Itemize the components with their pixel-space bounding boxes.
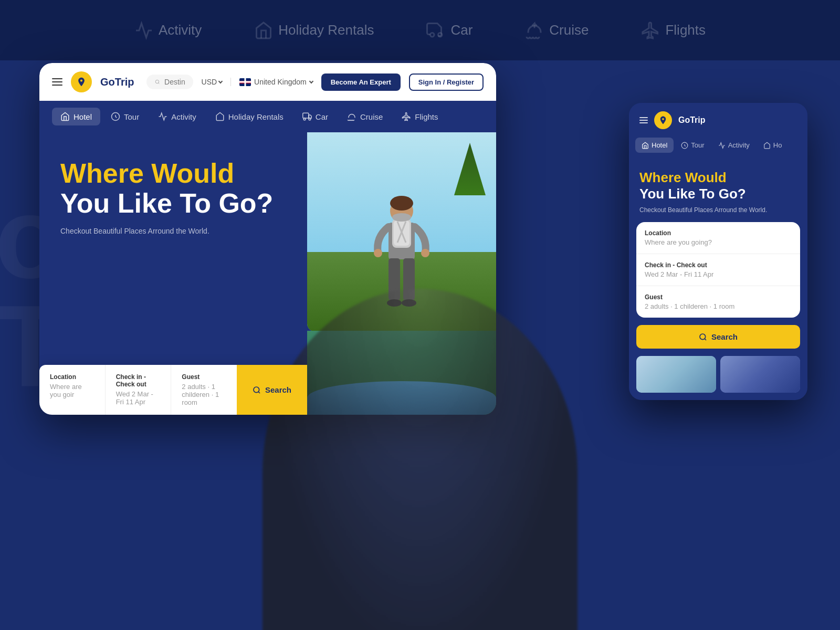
search-icon <box>155 78 160 86</box>
mobile-nav-hotel[interactable]: Hotel <box>635 138 674 153</box>
guest-value: 2 adults · 1 childeren · 1 room <box>182 383 226 406</box>
location-field[interactable]: Location Where are you goir <box>39 365 106 415</box>
bg-nav-car: Car <box>426 21 472 40</box>
hero-title-white: You Like To Go? <box>60 188 475 218</box>
currency-selector[interactable]: USD <box>202 78 223 86</box>
mobile-bottom-images <box>629 356 807 400</box>
mobile-activity-icon <box>718 142 726 149</box>
mobile-location-field[interactable]: Location Where are you going? <box>636 222 800 254</box>
svg-point-2 <box>156 80 159 83</box>
destination-input[interactable] <box>164 78 184 86</box>
mobile-nav-activity[interactable]: Activity <box>712 138 756 153</box>
svg-point-26 <box>700 334 706 340</box>
svg-point-0 <box>430 33 435 37</box>
svg-point-8 <box>309 118 311 120</box>
mobile-search-icon <box>699 333 707 341</box>
hotel-icon <box>60 112 70 121</box>
signin-button[interactable]: Sign In / Register <box>409 74 484 91</box>
bg-nav-holiday-rentals: Holiday Rentals <box>254 21 374 40</box>
nav-item-tour[interactable]: Tour <box>102 108 148 125</box>
mobile-search-button[interactable]: Search <box>636 325 800 349</box>
checkin-field[interactable]: Check in - Check out Wed 2 Mar - Fri 11 … <box>106 365 172 415</box>
svg-point-16 <box>374 249 382 257</box>
guest-label: Guest <box>182 373 226 381</box>
svg-point-1 <box>438 33 443 37</box>
mobile-checkin-label: Check in - Check out <box>645 261 792 269</box>
car-icon <box>302 112 312 121</box>
svg-line-27 <box>705 339 706 340</box>
mobile-tour-icon <box>681 142 688 149</box>
desktop-search-icon <box>253 386 261 394</box>
mobile-thumb-1 <box>636 356 716 393</box>
location-value: Where are you goir <box>50 383 94 398</box>
holiday-rentals-icon <box>215 112 225 121</box>
mobile-card: GoTrip Hotel Tour Activity Ho <box>629 103 807 400</box>
hero-subtitle: Checkout Beautiful Places Arround the Wo… <box>60 227 475 235</box>
mobile-hamburger-menu[interactable] <box>639 117 648 123</box>
mobile-hero: Where Would You Like To Go? Checkout Bea… <box>629 159 807 222</box>
svg-point-23 <box>254 387 259 393</box>
desktop-search-bar[interactable] <box>146 75 193 89</box>
desktop-header: GoTrip USD United Kingdom Become An Expe… <box>39 63 496 101</box>
mobile-guest-label: Guest <box>645 293 792 301</box>
bg-nav-flights: Flights <box>641 21 706 40</box>
mobile-nav-ho[interactable]: Ho <box>757 138 789 153</box>
country-chevron <box>309 79 313 83</box>
svg-marker-6 <box>309 115 311 118</box>
mobile-hero-white: You Like To Go? <box>639 186 797 202</box>
header-right: USD United Kingdom Become An Expert Sign… <box>202 74 484 91</box>
mobile-guest-value: 2 adults · 1 childeren · 1 room <box>645 302 792 310</box>
mobile-hero-subtitle: Checkout Beautiful Places Arround the Wo… <box>639 206 797 214</box>
mobile-ho-icon <box>763 142 771 149</box>
mobile-location-value: Where are you going? <box>645 238 792 246</box>
mobile-search-form: Location Where are you going? Check in -… <box>636 222 800 318</box>
svg-line-24 <box>258 392 260 393</box>
nav-item-holiday-rentals[interactable]: Holiday Rentals <box>207 108 292 125</box>
mobile-header: GoTrip <box>629 103 807 138</box>
svg-line-3 <box>159 83 160 84</box>
mobile-guest-field[interactable]: Guest 2 adults · 1 childeren · 1 room <box>636 286 800 318</box>
hero-content: Where Would You Like To Go? Checkout Bea… <box>39 132 496 235</box>
nav-item-car[interactable]: Car <box>294 108 337 125</box>
desktop-logo <box>71 71 92 92</box>
uk-flag-icon <box>239 78 251 86</box>
flights-icon <box>402 112 411 121</box>
cruise-icon <box>347 112 356 121</box>
svg-point-17 <box>421 249 429 257</box>
hero-title-yellow: Where Would <box>60 159 475 188</box>
nav-item-hotel[interactable]: Hotel <box>52 108 100 125</box>
nav-item-flights[interactable]: Flights <box>393 108 446 125</box>
guest-field[interactable]: Guest 2 adults · 1 childeren · 1 room <box>171 365 237 415</box>
checkin-label: Check in - Check out <box>116 373 161 388</box>
checkin-value: Wed 2 Mar - Fri 11 Apr <box>116 390 161 406</box>
nav-item-activity[interactable]: Activity <box>150 108 205 125</box>
become-expert-button[interactable]: Become An Expert <box>321 74 401 91</box>
tour-icon <box>111 112 120 121</box>
mobile-logo-icon <box>658 116 668 125</box>
mobile-logo <box>654 111 672 129</box>
nav-item-cruise[interactable]: Cruise <box>339 108 391 125</box>
desktop-search-button[interactable]: Search <box>237 365 307 415</box>
mobile-nav-tour[interactable]: Tour <box>675 138 710 153</box>
mobile-checkin-field[interactable]: Check in - Check out Wed 2 Mar - Fri 11 … <box>636 254 800 286</box>
mobile-hero-yellow: Where Would <box>639 170 797 186</box>
mobile-brand: GoTrip <box>678 116 706 125</box>
desktop-nav: Hotel Tour Activity Holiday Rentals Car <box>39 101 496 132</box>
location-label: Location <box>50 373 94 381</box>
mobile-thumb-2 <box>720 356 800 393</box>
svg-point-7 <box>303 118 306 120</box>
mobile-hotel-icon <box>642 142 649 149</box>
hamburger-menu[interactable] <box>52 78 62 86</box>
svg-rect-5 <box>303 113 309 118</box>
desktop-search-form: Location Where are you goir Check in - C… <box>39 365 307 415</box>
activity-nav-icon <box>158 112 167 121</box>
currency-chevron <box>218 79 223 83</box>
country-selector[interactable]: United Kingdom <box>230 78 313 86</box>
mobile-checkin-value: Wed 2 Mar - Fri 11 Apr <box>645 270 792 278</box>
mobile-nav: Hotel Tour Activity Ho <box>629 138 807 159</box>
bg-nav-activity: Activity <box>134 21 202 40</box>
background-topnav: Activity Holiday Rentals Car Cruise <box>0 0 840 60</box>
mobile-location-label: Location <box>645 229 792 237</box>
bg-nav-cruise: Cruise <box>525 21 589 40</box>
desktop-brand: GoTrip <box>100 76 134 88</box>
